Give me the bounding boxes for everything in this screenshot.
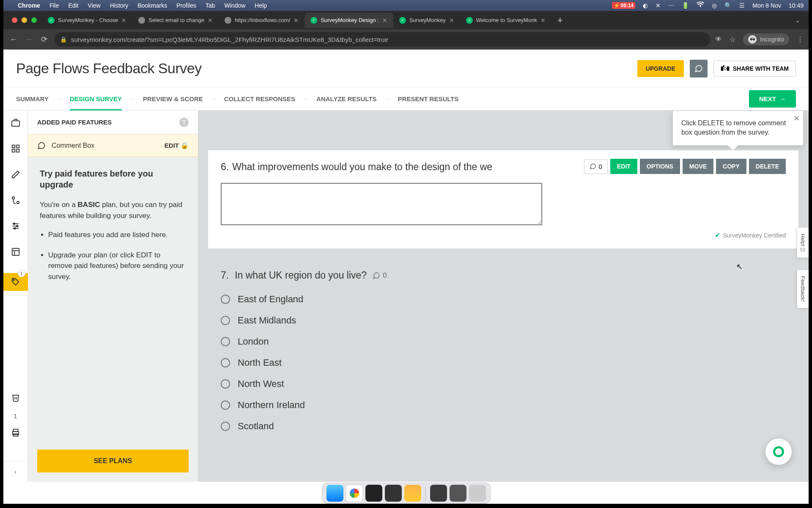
maximize-window-button[interactable] xyxy=(31,17,37,23)
control-center-icon[interactable]: ☰ xyxy=(739,2,745,9)
step-present[interactable]: PRESENT RESULTS xyxy=(398,95,459,102)
question-copy-button[interactable]: COPY xyxy=(716,159,746,174)
rail-grid-icon[interactable] xyxy=(11,144,20,155)
radio-option[interactable]: Scotland xyxy=(221,421,786,432)
step-summary[interactable]: SUMMARY xyxy=(16,95,49,102)
close-tab-icon[interactable]: ✕ xyxy=(540,17,546,24)
rail-trash-icon[interactable] xyxy=(11,393,20,404)
comment-box-textarea[interactable] xyxy=(221,183,542,225)
rail-tag-icon[interactable]: 1 xyxy=(3,273,28,291)
mac-menu-tab[interactable]: Tab xyxy=(206,2,215,9)
step-preview[interactable]: PREVIEW & SCORE xyxy=(143,95,203,102)
dock-app-icon[interactable] xyxy=(385,485,402,502)
rail-briefcase-icon[interactable] xyxy=(11,118,20,130)
radio-option[interactable]: London xyxy=(221,336,786,347)
question-card-6[interactable]: 6. What improvements would you make to t… xyxy=(208,150,798,248)
question-options-button[interactable]: OPTIONS xyxy=(640,159,680,174)
close-tab-icon[interactable]: ✕ xyxy=(208,17,213,24)
radio-option[interactable]: East of England xyxy=(221,294,786,305)
step-design[interactable]: DESIGN SURVEY xyxy=(70,95,122,110)
mac-menu-profiles[interactable]: Profiles xyxy=(176,2,196,9)
mac-time[interactable]: 10:49 xyxy=(789,2,804,9)
rail-pencil-icon[interactable] xyxy=(11,170,20,181)
dock-terminal-icon[interactable] xyxy=(365,485,382,502)
see-plans-button[interactable]: SEE PLANS xyxy=(37,450,189,472)
help-icon[interactable]: ? xyxy=(179,118,189,127)
upgrade-button[interactable]: UPGRADE xyxy=(637,60,684,77)
radio-icon xyxy=(221,379,230,389)
sidebar-feature-row[interactable]: Comment Box EDIT🔒 xyxy=(28,134,198,157)
tab-overflow-button[interactable]: ⌄ xyxy=(787,17,809,24)
dock-trash-icon[interactable] xyxy=(469,485,486,502)
close-tab-icon[interactable]: ✕ xyxy=(382,17,387,24)
bookmark-star-icon[interactable]: ☆ xyxy=(730,36,735,44)
feedback-edge-tab[interactable]: Feedback! xyxy=(797,270,809,308)
question-block-7[interactable]: 7. In what UK region do you live? 0 East… xyxy=(208,270,798,432)
dock-app-icon[interactable] xyxy=(430,485,447,502)
rail-branch-icon[interactable] xyxy=(11,196,20,207)
mac-menu-history[interactable]: History xyxy=(110,2,129,9)
browser-tab-2[interactable]: https://inboxflows.com/✕ xyxy=(219,13,305,28)
comments-button[interactable] xyxy=(690,60,708,77)
mac-menu-view[interactable]: View xyxy=(88,2,101,9)
forward-button[interactable]: → xyxy=(24,35,34,44)
question-comments-button[interactable]: 0 xyxy=(584,159,608,174)
close-tab-icon[interactable]: ✕ xyxy=(449,17,454,24)
battery-icon[interactable]: 🔋 xyxy=(682,2,689,9)
rail-collapse-button[interactable]: ‹ xyxy=(3,461,28,482)
status-icon-1[interactable]: ◐ xyxy=(643,2,648,9)
question-7-comments[interactable]: 0 xyxy=(373,271,387,280)
battery-status[interactable]: ⚡06:14 xyxy=(612,2,636,9)
share-team-button[interactable]: �ి� SHARE WITH TEAM xyxy=(713,61,796,77)
mac-menu-bookmarks[interactable]: Bookmarks xyxy=(137,2,167,9)
status-icon-2[interactable]: ✕ xyxy=(656,2,661,9)
mac-menu-edit[interactable]: Edit xyxy=(68,2,78,9)
question-move-button[interactable]: MOVE xyxy=(683,159,713,174)
radio-option[interactable]: North West xyxy=(221,378,786,389)
browser-tab-5[interactable]: ✓Welcome to SurveyMonk✕ xyxy=(460,13,551,28)
dock-app-icon[interactable] xyxy=(404,485,421,502)
back-button[interactable]: ← xyxy=(8,35,19,44)
step-analyze[interactable]: ANALYZE RESULTS xyxy=(316,95,377,102)
question-delete-button[interactable]: DELETE xyxy=(749,159,786,174)
radio-option[interactable]: North East xyxy=(221,357,786,368)
spotlight-icon[interactable]: 🔍 xyxy=(724,2,732,9)
mac-menu-help[interactable]: Help xyxy=(255,2,267,9)
close-tab-icon[interactable]: ✕ xyxy=(121,17,126,24)
radio-option[interactable]: Northern Ireland xyxy=(221,400,786,411)
radio-option[interactable]: East Midlands xyxy=(221,315,786,326)
question-edit-button[interactable]: EDIT xyxy=(610,159,637,174)
browser-tab-3[interactable]: ✓SurveyMonkey Design :✕ xyxy=(304,13,393,28)
browser-tab-4[interactable]: ✓SurveyMonkey✕ xyxy=(393,13,460,28)
chat-fab[interactable] xyxy=(765,439,792,465)
step-collect[interactable]: COLLECT RESPONSES xyxy=(224,95,295,102)
dock-chrome-icon[interactable] xyxy=(346,485,363,502)
new-tab-button[interactable]: + xyxy=(551,15,569,26)
minimize-window-button[interactable] xyxy=(22,17,27,23)
feature-edit-link[interactable]: EDIT🔒 xyxy=(165,142,189,149)
reload-button[interactable]: ⟳ xyxy=(39,35,49,44)
mac-app-name[interactable]: Chrome xyxy=(18,2,40,9)
mac-date[interactable]: Mon 8 Nov xyxy=(752,2,781,9)
rail-layout-icon[interactable] xyxy=(11,247,20,259)
dock-finder-icon[interactable] xyxy=(326,485,343,502)
mac-menu-window[interactable]: Window xyxy=(225,2,246,9)
browser-menu-button[interactable]: ⋮ xyxy=(797,36,804,44)
eye-off-icon[interactable]: 👁 xyxy=(715,36,722,43)
wifi-icon[interactable] xyxy=(697,2,704,9)
rail-sliders-icon[interactable] xyxy=(11,221,20,233)
rail-print-icon[interactable] xyxy=(11,428,20,439)
mac-menu-file[interactable]: File xyxy=(49,2,59,9)
address-bar[interactable]: 🔒 surveymonkey.com/create/?sm=LpcQ3ieMLY… xyxy=(54,32,710,47)
help-edge-tab[interactable]: Help! ⍰ xyxy=(797,227,809,258)
close-window-button[interactable] xyxy=(12,17,17,23)
tooltip-close-icon[interactable]: ✕ xyxy=(793,113,800,124)
next-button[interactable]: NEXT → xyxy=(749,90,796,108)
browser-tab-1[interactable]: Select email to change✕ xyxy=(132,13,219,28)
incognito-badge[interactable]: 🕶Incognito xyxy=(743,33,789,45)
status-icon-4[interactable]: ◎ xyxy=(712,2,717,9)
dock-app-icon[interactable] xyxy=(450,485,466,502)
close-tab-icon[interactable]: ✕ xyxy=(294,17,299,24)
status-icon-3[interactable]: ⋯ xyxy=(668,2,674,9)
browser-tab-0[interactable]: ✓SurveyMonkey - Choose✕ xyxy=(42,13,132,28)
